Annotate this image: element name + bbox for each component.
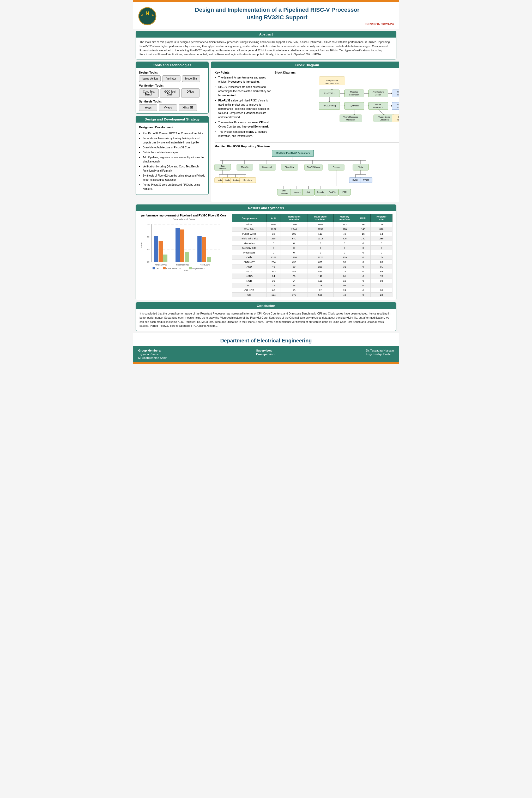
supervisor-label: Supervisor: [256,349,277,352]
abstract-header: Abstract [136,31,396,38]
chart-subtitle: Comparison of Cores [139,218,228,221]
svg-text:State: State [282,190,286,192]
strategy-item-8: Ported Picorv32 core on Sparten6 FPGA by… [142,183,205,191]
svg-text:3.5: 3.5 [147,249,149,250]
table-cell: 239 [370,236,393,241]
svg-text:TestBench: TestBench [397,119,399,121]
svg-text:Separation: Separation [349,94,359,96]
table-cell: 01 [370,264,393,269]
bar-orig-cpi [154,236,158,262]
svg-text:Tests: Tests [358,166,363,168]
table-row: Wire Bits123722463952628140370 [232,227,393,232]
member2: M. Abdulrehman Sabir [138,356,167,359]
table-cell: 3952 [307,227,334,232]
svg-text:RV32C: RV32C [363,179,369,181]
table-cell: 36 [281,274,307,279]
svg-rect-133 [153,267,155,269]
svg-text:Python: Python [398,116,399,118]
footer-group-members: Group Members: Tayyaba Parveen M. Abdulr… [138,349,167,359]
table-cell: OR NOT [232,288,267,292]
synthesis-tools-label: Synthesis Tools: [139,100,205,103]
table-cell: 04 [281,279,307,283]
table-cell: 45 [281,283,307,288]
table-cell: 242 [281,269,307,274]
table-row: Wires10511450256826216145 [232,222,393,227]
bar-picoc-cycles [202,237,206,262]
svg-text:Utilization: Utilization [380,119,389,121]
footer-group-names: Dr. Tassadaq Hussain Engr. Hadiqa Bashir [366,349,394,359]
strategy-item-7: Synthesis of Picorv32 core by using Yosy… [142,174,205,182]
strategy-list: Run Picorv32 Core on GCC Tool Chain and … [139,131,205,191]
table-cell: 0 [333,241,356,246]
tool-verilator: Verilator [162,75,180,82]
tool-modelsim: ModelSim [182,75,200,82]
table-row: Memory Bits000000 [232,246,393,250]
table-cell: 27 [267,283,281,288]
bar-pipe-dhry [185,252,189,262]
repo-section: Modified PicoRV32 Repository Structure: … [215,142,399,200]
table-cell: 145 [370,222,393,227]
kp-1: The demand for performance and speed-eff… [218,76,272,84]
svg-point-0 [139,7,156,25]
table-cell: 0 [356,264,370,269]
table-cell: 389 [333,255,356,260]
table-cell: 74 [333,269,356,274]
left-column: Tools and Technologies Design Tools: Ica… [136,61,209,202]
table-cell: 23 [370,260,393,264]
table-cell: 106 [281,232,307,236]
table-cell: 0 [281,246,307,250]
kp-5: This Project is mapped to SDG 9, Industr… [218,130,272,138]
svg-text:N: N [146,11,149,16]
table-cell: 0 [281,241,307,246]
footer-bottom: Group Members: Tayyaba Parveen M. Abdulr… [133,346,399,362]
col-mem: MemoryInterface [333,214,356,222]
table-cell: 39 [267,279,281,283]
svg-text:Dhrystone×10¹: Dhrystone×10¹ [192,268,205,270]
conclusion-body: It is concluded that the overall perform… [136,309,396,331]
svg-rect-137 [189,267,192,269]
table-cell: 1450 [281,222,307,227]
key-points-list: The demand for performance and speed-eff… [215,76,272,138]
table-cell: 1151 [267,255,281,260]
table-cell: 0 [370,250,393,255]
table-cell: OR [232,292,267,297]
table-row: Public Wire Bits2188401115405140239 [232,236,393,241]
table-cell: 0 [370,241,393,246]
table-cell: 120 [307,279,334,283]
table-cell: 495 [307,269,334,274]
block-diagram-section: Block Diagram Key Points: The demand for… [211,61,399,202]
table-cell: 23 [370,292,393,297]
table-cell: 1237 [267,227,281,232]
svg-text:Vivado Logic: Vivado Logic [378,116,390,118]
top-bar [133,0,399,2]
bar-pipe-cpi [175,228,180,262]
cosupervisor-label: Co-supervisor: [256,353,277,356]
table-cell: 0 [356,274,370,279]
table-cell: 16 [356,222,370,227]
table-cell: Wire Bits [232,227,267,232]
svg-text:Yosys Resource: Yosys Resource [343,116,358,118]
table-row: AND NOT29449865595023 [232,260,393,264]
table-row: Memories000000 [232,241,393,246]
svg-text:CPI: CPI [156,268,159,269]
session-label: SESSION 2023-24 [160,22,394,26]
col-instr: InstructionDecoder [281,214,307,222]
svg-text:Modified PicoRV32 Repository: Modified PicoRV32 Repository [276,152,310,155]
svg-text:ALU: ALU [307,191,310,193]
col-alu: ALU [267,214,281,222]
svg-text:Registers: Registers [397,94,399,96]
svg-text:Architecture: Architecture [373,91,384,93]
repo-tree-svg: Modified PicoRV32 Repository [215,149,397,199]
table-cell: NOT [232,283,267,288]
table-cell: 14 [370,232,393,236]
table-cell: 1115 [307,236,334,241]
table-area: Components ALU InstructionDecoder Main S… [232,214,393,297]
tool-coco: Coco TestBench [139,89,158,98]
table-cell: Memory Bits [232,246,267,250]
svg-text:Benchmark: Benchmark [262,166,272,168]
svg-text:Verification: Verification [373,106,383,109]
table-row: Public Wires32106113401614 [232,232,393,236]
table-cell: 262 [333,222,356,227]
table-cell: 95 [333,260,356,264]
table-cell: 1051 [267,222,281,227]
